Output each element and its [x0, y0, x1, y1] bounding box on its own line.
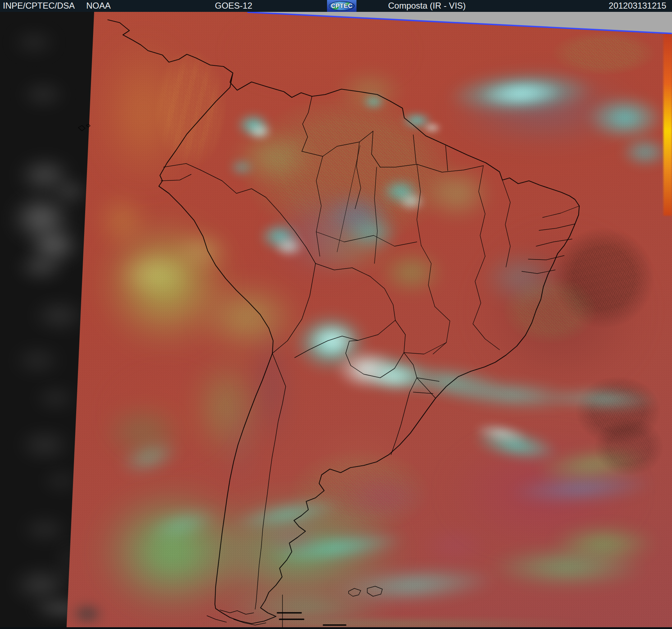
border-brazil-bolivia	[316, 263, 395, 320]
border-chile-argentina	[255, 353, 286, 609]
satellite-map	[0, 12, 672, 629]
state-goias-mg	[433, 256, 500, 354]
state-ne-fan	[522, 206, 579, 274]
state-piaui	[502, 180, 510, 267]
state-straight-line	[337, 146, 360, 252]
scan-edge-blue-line	[248, 12, 671, 33]
borders-svg	[0, 12, 672, 629]
border-bolivia-south	[295, 320, 395, 358]
state-amazonas-w	[316, 156, 323, 256]
border-paraguay	[346, 320, 405, 378]
state-tocantins	[421, 245, 435, 307]
border-guy-sur	[413, 135, 416, 164]
state-south	[404, 343, 446, 394]
timestamp-label: 201203131215	[609, 0, 666, 12]
border-bolivia-west	[272, 263, 316, 353]
border-peru-brazil	[201, 170, 316, 263]
header-bar: INPE/CPTEC/DSA NOAA GOES-12 CPTEC Compos…	[0, 0, 672, 12]
border-ecu-peru	[161, 174, 191, 181]
product-label: Composta (IR - VIS)	[388, 0, 466, 12]
satellite-viewer: INPE/CPTEC/DSA NOAA GOES-12 CPTEC Compos…	[0, 0, 672, 629]
border-brazil-uruguay	[417, 378, 436, 398]
border-ven-col	[302, 96, 312, 151]
satellite-label: GOES-12	[215, 0, 252, 12]
border-north	[302, 131, 373, 156]
institution-label: INPE/CPTEC/DSA	[3, 0, 75, 12]
cptec-logo: CPTEC	[327, 0, 356, 12]
coastline	[108, 20, 579, 624]
state-maranhao	[479, 166, 485, 256]
cptec-globe-icon: CPTEC	[329, 1, 355, 11]
border-guianas-brazil	[380, 164, 483, 172]
cptec-logo-text: CPTEC	[331, 3, 353, 10]
state-para-w	[374, 167, 377, 263]
state-para-e	[417, 164, 421, 245]
agency-label: NOAA	[86, 0, 111, 12]
border-sur-frg	[446, 146, 448, 171]
tdf-ice-bars	[277, 613, 346, 625]
state-roraima	[355, 142, 361, 209]
state-amazonas-s	[316, 232, 417, 246]
galapagos-islands	[78, 124, 90, 131]
border-ven-guy	[372, 131, 380, 167]
border-col-ecu	[164, 164, 201, 170]
falkland-islands	[349, 586, 382, 596]
